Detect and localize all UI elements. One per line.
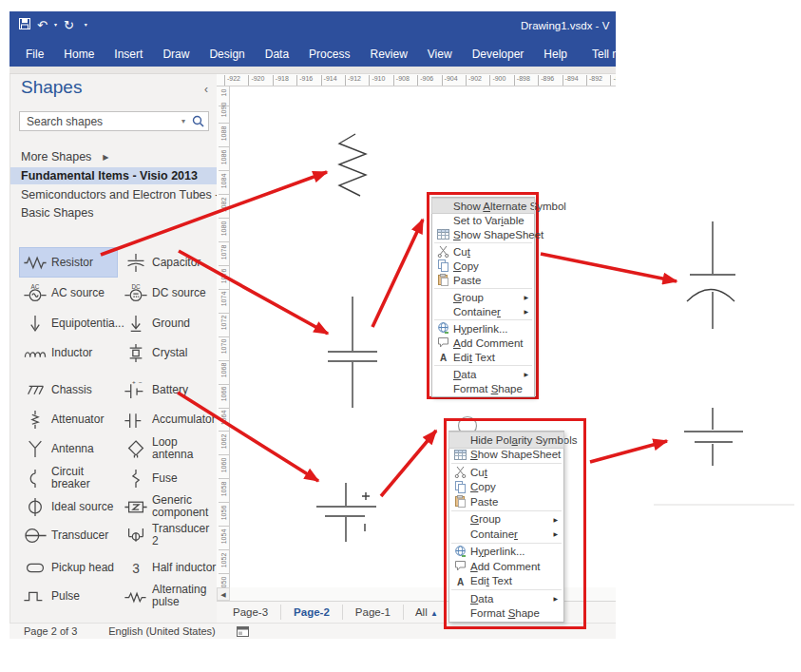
shape-item-loop-antenna[interactable]: Loop antenna — [121, 434, 218, 463]
vruler-tick-label: 1054 — [220, 525, 227, 547]
stencil-semiconductors-and-electron-tubes-visio[interactable]: Semiconductors and Electron Tubes - Visi… — [10, 186, 218, 203]
shape-item-pickup-head[interactable]: Pickup head — [20, 553, 117, 582]
shape-item-transducer[interactable]: Transducer — [20, 521, 117, 549]
scroll-left-button[interactable]: ◀ — [217, 587, 230, 601]
search-input[interactable]: Search shapes ▾ — [19, 111, 209, 131]
menu-item-show-shapesheet[interactable]: Show ShapeSheet — [432, 227, 534, 241]
menu-item-edit-text[interactable]: AEdit Text — [432, 350, 534, 364]
menu-item-cut[interactable]: Cut — [432, 244, 534, 259]
menu-item-add-comment[interactable]: Add Comment — [432, 336, 534, 350]
ribbon-tab-help[interactable]: Help — [544, 48, 567, 61]
menu-item-copy[interactable]: Copy — [432, 259, 534, 273]
shape-item-ground[interactable]: Ground — [121, 309, 218, 337]
ribbon-tab-draw[interactable]: Draw — [162, 48, 189, 61]
search-icon[interactable] — [192, 115, 204, 127]
shape-item-accumulator[interactable]: Accumulator — [121, 405, 218, 433]
page-tab-page-1[interactable]: Page-1 — [343, 605, 404, 620]
ribbon-tab-view[interactable]: View — [428, 48, 452, 61]
presentation-mode-icon[interactable] — [237, 626, 249, 637]
menu-item-copy[interactable]: Copy — [449, 480, 563, 495]
redo-icon[interactable]: ↻ — [64, 19, 74, 31]
menu-item-hide-polarity-symbols[interactable]: Hide Polarity Symbols — [449, 432, 563, 448]
svg-text:DC: DC — [131, 284, 141, 290]
menu-item-paste[interactable]: Paste — [449, 494, 563, 509]
menu-item-paste[interactable]: Paste — [432, 273, 534, 287]
menu-item-group[interactable]: Group▶ — [432, 290, 534, 304]
undo-dropdown-icon[interactable]: ▾ — [54, 22, 57, 28]
shape-item-generic-component[interactable]: Generic component — [121, 492, 218, 521]
all-pages-button[interactable]: All ▲ — [404, 606, 449, 618]
menu-item-label: Container — [470, 528, 518, 540]
menu-item-label: Show ShapeSheet — [453, 229, 544, 240]
stencil-basic-shapes[interactable]: Basic Shapes — [10, 204, 218, 221]
menu-item-container[interactable]: Container▶ — [449, 527, 563, 542]
capacitor-alternate-symbol[interactable] — [687, 221, 735, 329]
menu-item-data[interactable]: Data▶ — [449, 591, 563, 606]
ground-icon — [124, 315, 148, 333]
shape-item-label: Ground — [152, 317, 190, 330]
stencil-fundamental-items-visio-2013[interactable]: Fundamental Items - Visio 2013 — [10, 167, 218, 184]
menu-item-data[interactable]: Data▶ — [432, 367, 534, 381]
shape-item-crystal[interactable]: Crystal — [121, 338, 218, 367]
menu-item-format-shape[interactable]: Format Shape — [449, 606, 563, 622]
tell-me-box[interactable]: Tell me what you wan — [587, 48, 616, 61]
ribbon-tab-bar: FileHomeInsertDrawDesignDataProcessRevie… — [10, 42, 616, 67]
shape-item-alternating-pulse[interactable]: Alternating pulse — [121, 582, 218, 610]
menu-item-set-to-variable[interactable]: Set to Variable — [432, 213, 534, 227]
paste-icon — [449, 495, 470, 508]
shape-item-ideal-source[interactable]: Ideal source — [20, 492, 117, 521]
menu-item-cut[interactable]: Cut — [449, 465, 563, 480]
ribbon-tab-file[interactable]: File — [26, 48, 44, 61]
ribbon-tab-review[interactable]: Review — [370, 48, 407, 61]
shape-item-capacitor[interactable]: Capacitor — [121, 248, 218, 277]
menu-item-add-comment[interactable]: Add Comment — [449, 559, 563, 574]
customize-qat-icon[interactable]: ▾ — [85, 22, 87, 28]
ribbon-tab-home[interactable]: Home — [64, 48, 94, 61]
menu-item-group[interactable]: Group▶ — [449, 512, 563, 528]
shape-item-inductor[interactable]: Inductor — [20, 338, 117, 367]
more-shapes-arrow-icon: ▶ — [103, 153, 108, 162]
collapse-panel-icon[interactable]: ‹ — [204, 83, 208, 96]
hruler-tick-label: -912 — [345, 75, 361, 86]
menu-item-label: Container — [453, 306, 501, 317]
menu-item-show-shapesheet[interactable]: Show ShapeSheet — [449, 448, 563, 463]
menu-item-hyperlink[interactable]: Hyperlink... — [432, 321, 534, 336]
search-dropdown-icon[interactable]: ▾ — [181, 117, 185, 125]
shape-item-pulse[interactable]: Pulse — [20, 582, 117, 610]
shape-item-resistor[interactable]: Resistor — [20, 248, 117, 277]
shape-item-transducer-2[interactable]: Transducer 2 — [121, 521, 218, 549]
menu-item-show-alternate-symbol[interactable]: Show Alternate Symbol — [432, 199, 534, 213]
page-tab-page-2[interactable]: Page-2 — [281, 605, 343, 620]
ribbon-tab-insert[interactable]: Insert — [114, 48, 143, 61]
shape-item-fuse[interactable]: Fuse — [121, 464, 218, 492]
shape-item-label: Chassis — [51, 384, 92, 396]
shape-item-label: DC source — [152, 287, 206, 299]
shapes-panel: Shapes ‹ Search shapes ▾ More Shapes ▶ F… — [10, 74, 217, 623]
more-shapes-button[interactable]: More Shapes ▶ — [21, 150, 109, 163]
language-indicator[interactable]: English (United States) — [108, 625, 216, 637]
ribbon-tab-design[interactable]: Design — [209, 48, 244, 61]
menu-item-edit-text[interactable]: AEdit Text — [449, 574, 563, 589]
shape-item-battery[interactable]: +−Battery — [121, 375, 218, 404]
shape-item-antenna[interactable]: Antenna — [20, 434, 117, 463]
shape-item-dc-source[interactable]: DCDC source — [121, 278, 218, 307]
menu-item-format-shape[interactable]: Format Shape — [432, 381, 534, 395]
shape-item-circuit-breaker[interactable]: Circuit breaker — [20, 464, 117, 492]
shape-item-ac-source[interactable]: ACAC source — [20, 278, 117, 307]
ribbon-tab-process[interactable]: Process — [309, 48, 350, 61]
menu-item-container[interactable]: Container▶ — [432, 304, 534, 318]
menu-item-hyperlink[interactable]: Hyperlink... — [449, 545, 563, 560]
shape-item-equipotentia[interactable]: Equipotentia... — [20, 309, 117, 337]
shape-item-attenuator[interactable]: Attenuator — [20, 405, 117, 433]
visio-screenshot: ↶ ▾ ↻ ▾ Drawing1.vsdx - V FileHomeInsert… — [0, 0, 801, 672]
capacitor-plain-symbol[interactable] — [684, 408, 743, 466]
shape-item-chassis[interactable]: Chassis — [20, 375, 117, 404]
annotation-box-menu2: Hide Polarity SymbolsShow ShapeSheetCutC… — [444, 418, 586, 629]
undo-icon[interactable]: ↶ — [37, 19, 48, 31]
cut-icon — [449, 466, 470, 478]
page-tab-page-3[interactable]: Page-3 — [220, 605, 281, 620]
save-icon[interactable] — [19, 18, 30, 31]
ribbon-tab-developer[interactable]: Developer — [472, 48, 524, 61]
shape-item-half-inductor[interactable]: 3Half inductor — [121, 553, 218, 582]
ribbon-tab-data[interactable]: Data — [265, 48, 289, 61]
